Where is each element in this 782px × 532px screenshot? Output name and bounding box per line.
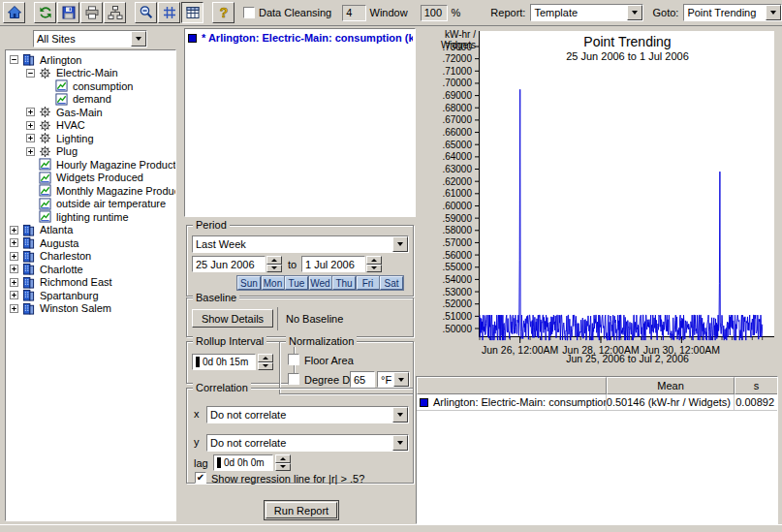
- end-date-input[interactable]: 1 Jul 2006: [301, 256, 365, 272]
- window-size-input[interactable]: 4: [342, 5, 365, 21]
- floor-area-checkbox[interactable]: [288, 354, 299, 365]
- tree-item-label[interactable]: Widgets Produced: [54, 172, 143, 183]
- grid-button[interactable]: [158, 2, 180, 23]
- collapse-icon[interactable]: [26, 69, 39, 78]
- expand-icon[interactable]: [10, 252, 22, 261]
- chevron-down-icon[interactable]: [392, 407, 408, 422]
- spinner-down-icon[interactable]: [366, 265, 382, 273]
- degree-day-checkbox[interactable]: [288, 373, 299, 385]
- spinner-up-icon[interactable]: [366, 256, 382, 265]
- expand-icon[interactable]: [26, 147, 39, 156]
- expand-icon[interactable]: [26, 108, 39, 116]
- print-button[interactable]: [80, 2, 103, 23]
- tree-item-plug[interactable]: Plug: [6, 145, 175, 159]
- collapse-icon[interactable]: [10, 55, 22, 64]
- day-button-mon[interactable]: Mon: [262, 276, 285, 290]
- selected-point-item[interactable]: * Arlington: Electric-Main: consumption …: [185, 29, 415, 44]
- tree-item-spartanburg[interactable]: Spartanburg: [6, 289, 175, 302]
- start-date-input[interactable]: 25 Jun 2006: [192, 256, 266, 272]
- lag-input[interactable]: 0d 0h 0m: [213, 454, 273, 471]
- degree-day-value-input[interactable]: 65: [350, 371, 375, 388]
- data-cleansing-checkbox[interactable]: [243, 7, 255, 18]
- tree-item-hourly-magazine-production[interactable]: Hourly Magazine Production: [6, 158, 175, 172]
- tree-item-atlanta[interactable]: Atlanta: [6, 224, 175, 237]
- tree-item-charleston[interactable]: Charleston: [6, 250, 175, 264]
- tree-item-label[interactable]: Hourly Magazine Production: [54, 159, 176, 171]
- tree-item-label[interactable]: Monthly Magazine Production: [54, 185, 176, 197]
- correlation-x-select[interactable]: Do not correlate: [206, 406, 409, 423]
- tree-item-label[interactable]: Spartanburg: [38, 290, 99, 301]
- help-button[interactable]: ?: [212, 2, 235, 23]
- run-report-button[interactable]: Run Report: [264, 500, 339, 520]
- chevron-down-icon[interactable]: [131, 31, 146, 47]
- save-button[interactable]: [57, 2, 79, 23]
- chevron-down-icon[interactable]: [392, 236, 408, 252]
- day-button-thu[interactable]: Thu: [332, 276, 356, 290]
- expand-icon[interactable]: [10, 278, 22, 287]
- tree-item-demand[interactable]: demand: [6, 93, 175, 107]
- tree-item-label[interactable]: Charlotte: [38, 264, 83, 275]
- tree-item-label[interactable]: Augusta: [38, 237, 78, 249]
- start-date-spinner[interactable]: [266, 256, 282, 272]
- tree-item-label[interactable]: demand: [71, 93, 111, 105]
- chevron-down-icon[interactable]: [392, 435, 408, 451]
- day-button-fri[interactable]: Fri: [357, 276, 380, 290]
- expand-icon[interactable]: [10, 238, 22, 247]
- expand-icon[interactable]: [26, 121, 39, 130]
- tree-item-lighting-runtime[interactable]: lighting runtime: [6, 210, 175, 224]
- table-row[interactable]: Arlington: Electric-Main: consumption 0.…: [417, 394, 777, 411]
- spinner-down-icon[interactable]: [266, 265, 282, 273]
- tree-item-widgets-produced[interactable]: Widgets Produced: [6, 172, 175, 185]
- refresh-button[interactable]: [34, 2, 56, 23]
- tree-item-label[interactable]: consumption: [71, 80, 133, 92]
- tree-item-label[interactable]: Lighting: [54, 133, 94, 144]
- show-details-button[interactable]: Show Details: [192, 309, 273, 328]
- goto-select[interactable]: Point Trending: [683, 4, 782, 21]
- chevron-down-icon[interactable]: [766, 5, 781, 20]
- table-view-button[interactable]: [181, 2, 203, 23]
- site-explorer-button[interactable]: [104, 2, 126, 23]
- day-button-wed[interactable]: Wed: [309, 276, 332, 290]
- tree-item-augusta[interactable]: Augusta: [6, 236, 175, 250]
- chevron-down-icon[interactable]: [627, 5, 642, 20]
- zoom-out-button[interactable]: [135, 2, 157, 23]
- tree-item-electric-main[interactable]: Electric-Main: [6, 67, 175, 80]
- tree-item-lighting[interactable]: Lighting: [6, 132, 175, 145]
- home-button[interactable]: [3, 2, 25, 23]
- tree-item-label[interactable]: outside air temperature: [54, 198, 166, 209]
- tree-item-label[interactable]: lighting runtime: [54, 211, 129, 223]
- tree-item-gas-main[interactable]: Gas-Main: [6, 106, 175, 119]
- tree-item-outside-air-temperature[interactable]: outside air temperature: [6, 198, 175, 211]
- tree-item-consumption[interactable]: consumption: [6, 79, 175, 93]
- report-select[interactable]: Template: [530, 4, 642, 21]
- expand-icon[interactable]: [10, 304, 22, 313]
- percent-input[interactable]: 100: [421, 5, 448, 21]
- tree-item-label[interactable]: HVAC: [54, 119, 85, 131]
- tree-item-hvac[interactable]: HVAC: [6, 119, 175, 133]
- sites-filter-select[interactable]: All Sites: [33, 30, 147, 47]
- rollup-interval-spinner[interactable]: [258, 354, 273, 370]
- tree-item-arlington[interactable]: Arlington: [6, 53, 175, 67]
- day-button-sat[interactable]: Sat: [380, 276, 403, 290]
- tree-item-label[interactable]: Plug: [54, 145, 78, 157]
- lag-spinner[interactable]: [275, 454, 291, 471]
- tree-item-label[interactable]: Gas-Main: [54, 107, 103, 118]
- spinner-down-icon[interactable]: [275, 463, 291, 472]
- tree-item-label[interactable]: Charleston: [38, 250, 91, 262]
- day-button-tue[interactable]: Tue: [285, 276, 308, 290]
- degree-unit-select[interactable]: °F: [377, 371, 410, 388]
- day-button-sun[interactable]: Sun: [237, 276, 261, 290]
- regression-checkbox[interactable]: ✔: [195, 472, 206, 484]
- correlation-y-select[interactable]: Do not correlate: [206, 434, 409, 452]
- tree-item-label[interactable]: Electric-Main: [54, 67, 118, 78]
- spinner-down-icon[interactable]: [258, 362, 273, 371]
- expand-icon[interactable]: [26, 134, 39, 142]
- tree-item-monthly-magazine-production[interactable]: Monthly Magazine Production: [6, 184, 175, 198]
- tree-item-label[interactable]: Arlington: [38, 54, 81, 66]
- spinner-up-icon[interactable]: [275, 454, 291, 463]
- chevron-down-icon[interactable]: [393, 372, 409, 387]
- tree-item-label[interactable]: Winston Salem: [38, 302, 111, 314]
- tree-item-winston-salem[interactable]: Winston Salem: [6, 302, 175, 316]
- spinner-up-icon[interactable]: [258, 354, 273, 362]
- tree-item-label[interactable]: Atlanta: [38, 224, 73, 235]
